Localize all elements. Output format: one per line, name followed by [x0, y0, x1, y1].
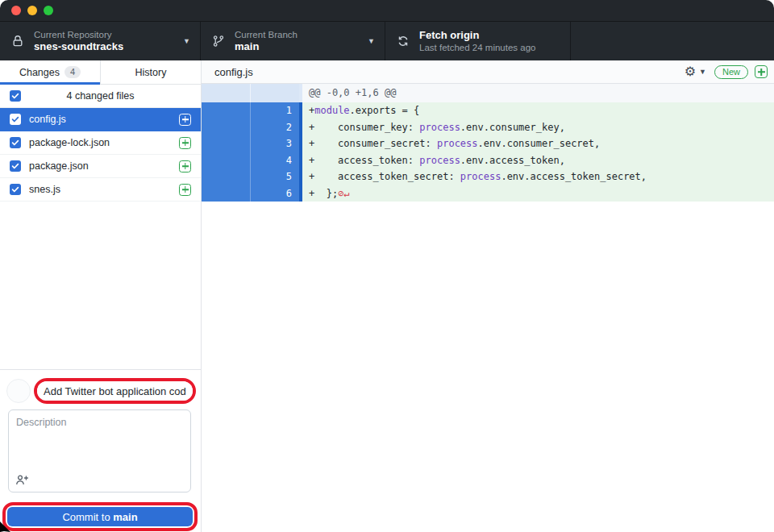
- changes-count-badge: 4: [64, 66, 81, 78]
- diff-options-button[interactable]: ⚙ ▼: [685, 65, 706, 78]
- file-checkbox[interactable]: [10, 137, 21, 148]
- diff-gutter-new[interactable]: 3: [251, 135, 299, 152]
- diff-gutter-old[interactable]: [202, 152, 251, 169]
- titlebar: [0, 0, 774, 22]
- diff-gutter-old[interactable]: [202, 119, 251, 136]
- diff-line-5[interactable]: 5 + access_token_secret: process.env.acc…: [202, 168, 774, 185]
- tab-history[interactable]: History: [100, 60, 201, 84]
- diff-line-3[interactable]: 3 + consumer_secret: process.env.consume…: [202, 135, 774, 152]
- diff-line-4[interactable]: 4 + access_token: process.env.access_tok…: [202, 152, 774, 169]
- added-status-icon: [179, 137, 191, 149]
- files-header-row: 4 changed files: [0, 85, 201, 108]
- commit-form: Commit to main: [0, 369, 201, 532]
- fetch-origin-button[interactable]: Fetch origin Last fetched 24 minutes ago: [385, 22, 571, 60]
- diff-gutter-new[interactable]: 6: [251, 185, 299, 202]
- file-name: package-lock.json: [29, 137, 171, 148]
- diff-gutter-new[interactable]: 4: [251, 152, 299, 169]
- diff-gutter-new: [251, 84, 299, 102]
- file-checkbox[interactable]: [10, 184, 21, 195]
- gear-icon: ⚙: [685, 65, 696, 78]
- repository-selector[interactable]: Current Repository snes-soundtracks ▼: [0, 22, 201, 60]
- lock-icon: [11, 35, 24, 48]
- branch-name: main: [235, 40, 361, 53]
- chevron-down-icon: ▼: [699, 68, 706, 76]
- file-row-package-json[interactable]: package.json: [0, 155, 201, 178]
- diff-body: @@ -0,0 +1,6 @@ 1 +module.exports = { 2 …: [202, 84, 774, 532]
- diff-gutter-new[interactable]: 5: [251, 168, 299, 185]
- fetch-detail: Last fetched 24 minutes ago: [419, 42, 560, 53]
- changes-sidebar: Changes 4 History 4 changed files: [0, 60, 202, 532]
- diff-code: + consumer_key: process.env.consumer_key…: [302, 119, 774, 136]
- repository-name: snes-soundtracks: [34, 40, 177, 53]
- diff-gutter-old: [202, 84, 251, 102]
- commit-button-prefix: Commit to: [62, 511, 113, 523]
- added-status-icon: [179, 114, 191, 126]
- diff-code: + consumer_secret: process.env.consumer_…: [302, 135, 774, 152]
- diff-code: +module.exports = {: [302, 102, 774, 119]
- diff-gutter-old[interactable]: [202, 168, 251, 185]
- diff-file-name: config.js: [214, 66, 685, 78]
- diff-code: + access_token_secret: process.env.acces…: [302, 168, 774, 185]
- diff-gutter-old[interactable]: [202, 185, 251, 202]
- diff-line-6[interactable]: 6 + };⊘↵: [202, 185, 774, 202]
- changed-files-list: 4 changed files config.js package-lock.j…: [0, 85, 201, 369]
- file-checkbox[interactable]: [10, 160, 21, 172]
- branch-label: Current Branch: [235, 29, 361, 40]
- file-row-package-lock-json[interactable]: package-lock.json: [0, 131, 201, 155]
- diff-gutter-old[interactable]: [202, 102, 251, 119]
- diff-line-1[interactable]: 1 +module.exports = {: [202, 102, 774, 119]
- minimize-button[interactable]: [27, 6, 37, 15]
- commit-description-input[interactable]: [8, 409, 191, 493]
- diff-code: + };⊘↵: [302, 185, 774, 202]
- diff-pane: config.js ⚙ ▼ New @@ -0,0 +1,6 @@ 1: [202, 60, 774, 532]
- added-status-icon: [179, 160, 191, 172]
- file-name: snes.js: [29, 184, 171, 195]
- diff-gutter-old[interactable]: [202, 135, 251, 152]
- file-name: config.js: [29, 114, 171, 125]
- diff-line-2[interactable]: 2 + consumer_key: process.env.consumer_k…: [202, 119, 774, 136]
- diff-gutter-new[interactable]: 2: [251, 119, 299, 136]
- avatar: [6, 379, 31, 403]
- summary-annotation-highlight: [34, 378, 196, 404]
- sync-icon: [397, 35, 410, 48]
- zoom-button[interactable]: [44, 6, 53, 15]
- hunk-header-text: @@ -0,0 +1,6 @@: [302, 84, 774, 102]
- commit-button-annotation-highlight: Commit to main: [2, 502, 198, 531]
- added-status-icon: [179, 184, 191, 196]
- diff-code: + access_token: process.env.access_token…: [302, 152, 774, 169]
- sidebar-tabbar: Changes 4 History: [0, 60, 201, 85]
- commit-button[interactable]: Commit to main: [7, 507, 193, 526]
- select-all-checkbox[interactable]: [10, 90, 21, 102]
- tab-changes-label: Changes: [19, 67, 60, 78]
- add-coauthor-icon[interactable]: [15, 474, 29, 486]
- commit-button-branch: main: [113, 511, 137, 523]
- repository-label: Current Repository: [34, 29, 177, 40]
- branch-selector[interactable]: Current Branch main ▼: [201, 22, 385, 60]
- app-window: Current Repository snes-soundtracks ▼ Cu…: [0, 0, 774, 532]
- toolbar-spacer: [571, 22, 774, 60]
- close-button[interactable]: [11, 6, 21, 15]
- diff-gutter-new[interactable]: 1: [251, 102, 299, 119]
- git-branch-icon: [212, 35, 225, 48]
- file-name: package.json: [29, 160, 171, 172]
- tab-changes[interactable]: Changes 4: [0, 60, 100, 84]
- mouse-cursor: [0, 522, 11, 532]
- tab-history-label: History: [135, 67, 167, 78]
- files-header-label: 4 changed files: [66, 90, 134, 102]
- file-checkbox[interactable]: [10, 114, 21, 125]
- toolbar: Current Repository snes-soundtracks ▼ Cu…: [0, 22, 774, 60]
- hunk-header-row: @@ -0,0 +1,6 @@: [202, 84, 774, 102]
- diff-header: config.js ⚙ ▼ New: [202, 60, 774, 84]
- file-row-snes-js[interactable]: snes.js: [0, 178, 201, 202]
- commit-summary-input[interactable]: [37, 381, 193, 401]
- new-file-status-badge: New: [714, 65, 748, 79]
- chevron-down-icon: ▼: [368, 37, 375, 45]
- file-row-config-js[interactable]: config.js: [0, 108, 201, 131]
- added-file-icon[interactable]: [755, 65, 768, 78]
- chevron-down-icon: ▼: [183, 37, 190, 45]
- fetch-label: Fetch origin: [419, 29, 560, 42]
